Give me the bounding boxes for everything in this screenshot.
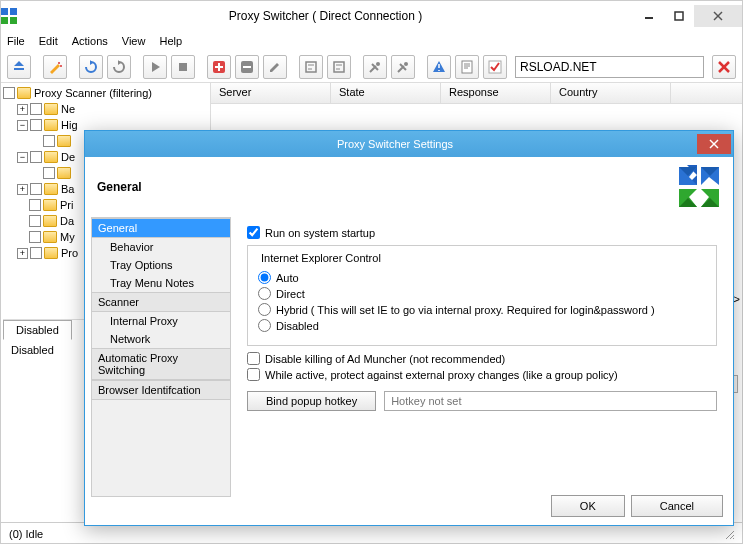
add-button[interactable] — [207, 55, 231, 79]
clear-button[interactable] — [712, 55, 736, 79]
tree-item[interactable]: Pro — [61, 247, 78, 259]
tree-checkbox[interactable] — [29, 231, 41, 243]
tree-item[interactable]: De — [61, 151, 75, 163]
col-country[interactable]: Country — [551, 83, 671, 103]
col-state[interactable]: State — [331, 83, 441, 103]
tree-item[interactable]: Ne — [61, 103, 75, 115]
menu-view[interactable]: View — [122, 35, 146, 47]
svg-point-5 — [60, 65, 62, 67]
wand-button[interactable] — [43, 55, 67, 79]
play-button[interactable] — [143, 55, 167, 79]
tree-expand[interactable]: + — [17, 248, 28, 259]
tree-checkbox[interactable] — [30, 151, 42, 163]
protect-changes-checkbox[interactable] — [247, 368, 260, 381]
protect-changes-label: While active, protect against external p… — [265, 369, 618, 381]
tree-collapse[interactable]: − — [17, 152, 28, 163]
tree-item[interactable]: Da — [60, 215, 74, 227]
refresh-button[interactable] — [79, 55, 103, 79]
resize-grip-icon[interactable] — [722, 527, 736, 541]
cancel-button[interactable]: Cancel — [631, 495, 723, 517]
tree-item[interactable]: Hig — [61, 119, 78, 131]
folder-icon — [43, 231, 57, 243]
radio-hybrid[interactable] — [258, 303, 271, 316]
dialog-close-button[interactable] — [697, 134, 731, 154]
tree-collapse[interactable]: − — [17, 120, 28, 131]
nav-browser-id[interactable]: Browser Identifcation — [92, 380, 230, 400]
hotkey-input[interactable] — [384, 391, 717, 411]
tree-item[interactable]: Ba — [61, 183, 74, 195]
run-startup-checkbox[interactable] — [247, 226, 260, 239]
tool2-button[interactable] — [327, 55, 351, 79]
note-button[interactable] — [455, 55, 479, 79]
tab-disabled[interactable]: Disabled — [3, 320, 72, 340]
eject-button[interactable] — [7, 55, 31, 79]
nav-scanner[interactable]: Scanner — [92, 292, 230, 312]
tree-checkbox[interactable] — [30, 103, 42, 115]
tree-checkbox[interactable] — [29, 199, 41, 211]
nav-tray-menu-notes[interactable]: Tray Menu Notes — [92, 274, 230, 292]
close-button[interactable] — [694, 5, 742, 27]
app-icon — [1, 8, 17, 24]
tree-expand[interactable]: + — [17, 184, 28, 195]
menu-file[interactable]: File — [7, 35, 25, 47]
nav-internal-proxy[interactable]: Internal Proxy — [92, 312, 230, 330]
bind-hotkey-button[interactable]: Bind popup hotkey — [247, 391, 376, 411]
scroll-right-icon[interactable]: > — [734, 293, 740, 305]
dialog-titlebar: Proxy Switcher Settings — [85, 131, 733, 157]
tree-checkbox[interactable] — [30, 119, 42, 131]
ok-button[interactable]: OK — [551, 495, 625, 517]
tree-expand[interactable]: + — [17, 104, 28, 115]
maximize-button[interactable] — [664, 5, 694, 27]
tree-item[interactable]: My — [60, 231, 75, 243]
ie-control-legend: Internet Explorer Control — [258, 252, 384, 264]
folder-icon — [44, 103, 58, 115]
minimize-button[interactable] — [634, 5, 664, 27]
col-server[interactable]: Server — [211, 83, 331, 103]
tree-item[interactable]: Pri — [60, 199, 73, 211]
warning-button[interactable] — [427, 55, 451, 79]
nav-auto-switch[interactable]: Automatic Proxy Switching — [92, 348, 230, 380]
folder-icon — [43, 215, 57, 227]
stop-button[interactable] — [171, 55, 195, 79]
tree-checkbox[interactable] — [30, 247, 42, 259]
tool1-button[interactable] — [299, 55, 323, 79]
radio-disabled[interactable] — [258, 319, 271, 332]
folder-icon — [57, 167, 71, 179]
edit-button[interactable] — [263, 55, 287, 79]
connect1-button[interactable] — [363, 55, 387, 79]
list-header: Server State Response Country — [211, 83, 742, 104]
tree-checkbox[interactable] — [29, 215, 41, 227]
connect2-button[interactable] — [391, 55, 415, 79]
svg-point-11 — [376, 62, 380, 66]
radio-direct[interactable] — [258, 287, 271, 300]
radio-disabled-label: Disabled — [276, 320, 319, 332]
tree-root[interactable]: Proxy Scanner (filtering) — [34, 87, 152, 99]
menu-edit[interactable]: Edit — [39, 35, 58, 47]
col-response[interactable]: Response — [441, 83, 551, 103]
nav-general[interactable]: General — [92, 218, 230, 238]
nav-behavior[interactable]: Behavior — [92, 238, 230, 256]
radio-auto[interactable] — [258, 271, 271, 284]
tree-checkbox[interactable] — [43, 167, 55, 179]
menu-actions[interactable]: Actions — [72, 35, 108, 47]
tree-checkbox[interactable] — [3, 87, 15, 99]
settings-dialog: Proxy Switcher Settings General General … — [84, 130, 734, 526]
disable-admuncher-checkbox[interactable] — [247, 352, 260, 365]
remove-button[interactable] — [235, 55, 259, 79]
check-button[interactable] — [483, 55, 507, 79]
folder-icon — [44, 151, 58, 163]
radio-hybrid-label: Hybrid ( This will set IE to go via inte… — [276, 304, 655, 316]
url-input[interactable] — [515, 56, 704, 78]
tree-checkbox[interactable] — [43, 135, 55, 147]
disable-admuncher-label: Disable killing of Ad Muncher (not recom… — [265, 353, 505, 365]
toolbar — [1, 51, 742, 83]
refresh2-button[interactable] — [107, 55, 131, 79]
folder-icon — [44, 119, 58, 131]
tree-checkbox[interactable] — [30, 183, 42, 195]
nav-network[interactable]: Network — [92, 330, 230, 348]
svg-point-12 — [404, 62, 408, 66]
svg-rect-13 — [462, 61, 472, 73]
nav-tray-options[interactable]: Tray Options — [92, 256, 230, 274]
folder-icon — [57, 135, 71, 147]
menu-help[interactable]: Help — [159, 35, 182, 47]
